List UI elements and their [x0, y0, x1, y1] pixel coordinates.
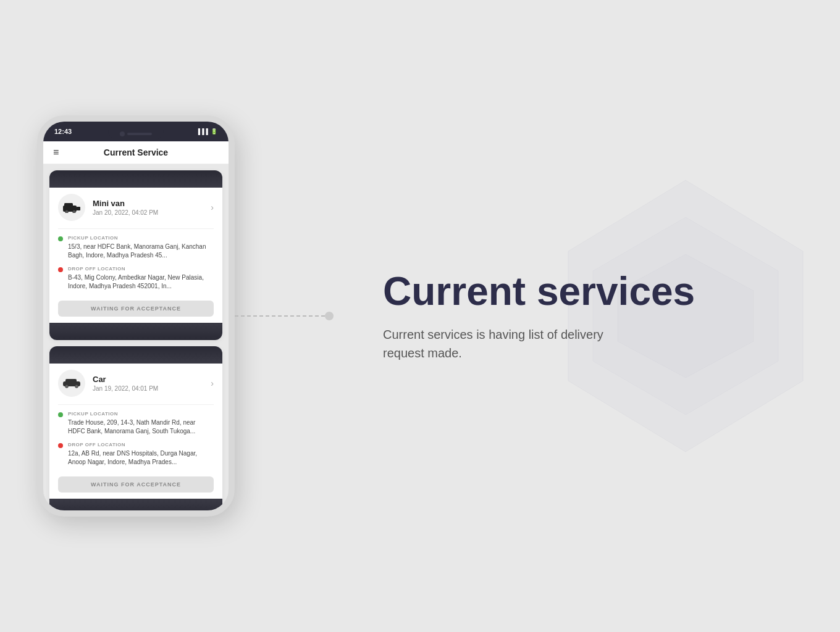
waiting-button-2[interactable]: WAITING FOR ACCEPTANCE — [58, 476, 214, 493]
pickup-row-1: PICKUP LOCATION 15/3, near HDFC Bank, Ma… — [58, 235, 214, 260]
hex-decoration — [531, 162, 840, 470]
dropoff-indicator-2 — [58, 442, 63, 448]
phone-notch — [108, 128, 164, 140]
main-heading: Current services — [383, 270, 695, 313]
phone-content[interactable]: Mini van Jan 20, 2022, 04:02 PM › PICKUP… — [43, 164, 229, 510]
card-header-1: Mini van Jan 20, 2022, 04:02 PM › — [58, 194, 214, 221]
notch-speaker — [127, 133, 152, 135]
wifi-icon: 🔋 — [211, 128, 217, 135]
svg-rect-1 — [64, 203, 73, 207]
card-chevron-1[interactable]: › — [211, 202, 214, 212]
pickup-row-2: PICKUP LOCATION Trade House, 209, 14-3, … — [58, 411, 214, 436]
card-image-bottom-1 — [49, 323, 222, 340]
pickup-text-2: PICKUP LOCATION Trade House, 209, 14-3, … — [68, 411, 214, 436]
svg-point-3 — [73, 210, 76, 214]
dropoff-address-1: B-43, Mig Colony, Ambedkar Nagar, New Pa… — [68, 273, 214, 291]
right-section: Current services Current services is hav… — [334, 270, 803, 362]
app-header: ≡ Current Service — [43, 141, 229, 164]
dropoff-address-2: 12a, AB Rd, near DNS Hospitals, Durga Na… — [68, 449, 214, 467]
dropoff-label-2: DROP OFF LOCATION — [68, 442, 214, 447]
vehicle-info-1: Mini van Jan 20, 2022, 04:02 PM — [58, 194, 158, 221]
pickup-dot-1 — [58, 236, 63, 241]
pickup-address-2: Trade House, 209, 14-3, Nath Mandir Rd, … — [68, 418, 214, 436]
app-title: Current Service — [104, 148, 168, 157]
location-section-1: PICKUP LOCATION 15/3, near HDFC Bank, Ma… — [58, 228, 214, 291]
vehicle-icon-2 — [58, 370, 85, 397]
dropoff-indicator-1 — [58, 266, 63, 272]
status-time: 12:43 — [54, 128, 72, 135]
dropoff-row-1: DROP OFF LOCATION B-43, Mig Colony, Ambe… — [58, 266, 214, 291]
dropoff-row-2: DROP OFF LOCATION 12a, AB Rd, near DNS H… — [58, 442, 214, 467]
location-section-2: PICKUP LOCATION Trade House, 209, 14-3, … — [58, 404, 214, 467]
vehicle-date-2: Jan 19, 2022, 04:01 PM — [93, 385, 158, 392]
pickup-address-1: 15/3, near HDFC Bank, Manorama Ganj, Kan… — [68, 243, 214, 260]
dropoff-text-1: DROP OFF LOCATION B-43, Mig Colony, Ambe… — [68, 266, 214, 291]
pickup-label-1: PICKUP LOCATION — [68, 235, 214, 241]
dropoff-text-2: DROP OFF LOCATION 12a, AB Rd, near DNS H… — [68, 442, 214, 467]
card-header-2: Car Jan 19, 2022, 04:01 PM › — [58, 370, 214, 397]
connector-area — [235, 312, 334, 320]
hamburger-icon[interactable]: ≡ — [53, 147, 59, 158]
pickup-indicator-1 — [58, 235, 63, 241]
svg-point-8 — [75, 385, 78, 388]
notch-camera — [120, 131, 125, 136]
vehicle-icon-1 — [58, 194, 85, 221]
pickup-label-2: PICKUP LOCATION — [68, 411, 214, 417]
dropoff-label-1: DROP OFF LOCATION — [68, 266, 214, 272]
card-image-bottom-2 — [49, 499, 222, 510]
waiting-button-1[interactable]: WAITING FOR ACCEPTANCE — [58, 301, 214, 317]
network-icon: ▐▐▐ — [196, 128, 208, 135]
status-icons: ▐▐▐ 🔋 — [196, 128, 217, 135]
svg-rect-4 — [77, 207, 80, 210]
dropoff-dot-1 — [58, 267, 63, 272]
vehicle-details-2: Car Jan 19, 2022, 04:01 PM — [93, 375, 158, 392]
vehicle-name-1: Mini van — [93, 199, 158, 208]
vehicle-name-2: Car — [93, 375, 158, 384]
vehicle-info-2: Car Jan 19, 2022, 04:01 PM — [58, 370, 158, 397]
card-chevron-2[interactable]: › — [211, 378, 214, 388]
dropoff-dot-2 — [58, 443, 63, 448]
card-image-top-2 — [49, 346, 222, 364]
connector-dot — [325, 312, 334, 320]
service-card-2: Car Jan 19, 2022, 04:01 PM › PICKUP LOCA… — [49, 346, 222, 510]
pickup-indicator-2 — [58, 411, 63, 417]
pickup-dot-2 — [58, 412, 63, 417]
pickup-text-1: PICKUP LOCATION 15/3, near HDFC Bank, Ma… — [68, 235, 214, 260]
vehicle-details-1: Mini van Jan 20, 2022, 04:02 PM — [93, 199, 158, 216]
vehicle-date-1: Jan 20, 2022, 04:02 PM — [93, 209, 158, 216]
phone-mockup: 12:43 ▐▐▐ 🔋 ≡ Current Service — [37, 115, 235, 517]
svg-rect-6 — [65, 379, 77, 383]
card-image-top-1 — [49, 170, 222, 188]
svg-point-7 — [65, 385, 69, 388]
service-card-1: Mini van Jan 20, 2022, 04:02 PM › PICKUP… — [49, 170, 222, 340]
phone-screen: 12:43 ▐▐▐ 🔋 ≡ Current Service — [37, 115, 235, 517]
svg-point-2 — [65, 210, 69, 214]
sub-text: Current services is having list of deliv… — [383, 325, 630, 362]
dashed-line — [235, 315, 325, 317]
